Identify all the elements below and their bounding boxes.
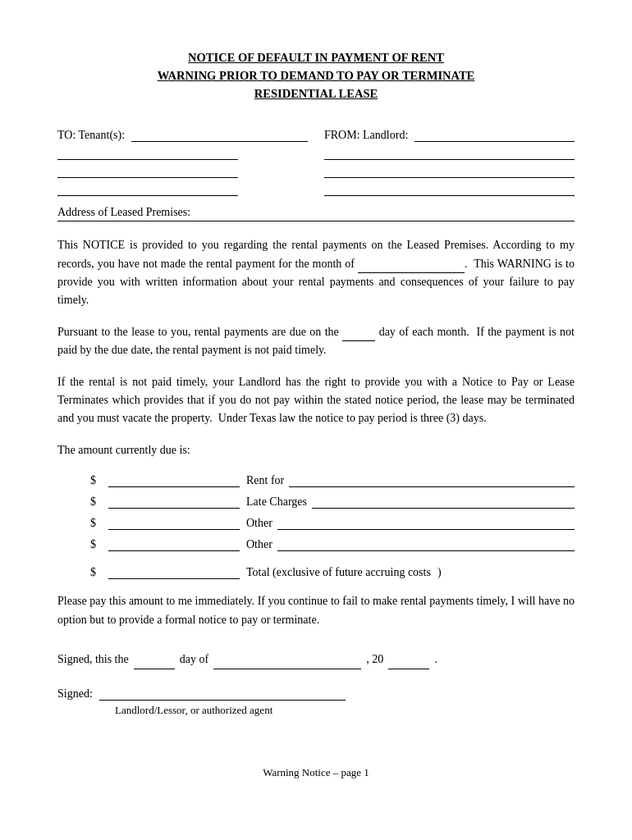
dollar-total: $ bbox=[90, 566, 102, 579]
agent-label: Landlord/Lessor, or authorized agent bbox=[115, 704, 575, 717]
month-field[interactable] bbox=[358, 260, 465, 273]
due-day-field[interactable] bbox=[342, 328, 375, 341]
address-label: Address of Leased Premises: bbox=[57, 206, 190, 219]
total-closing-paren: ) bbox=[437, 566, 442, 579]
signed-month-field[interactable] bbox=[213, 655, 361, 669]
to-label: TO: Tenant(s): bbox=[57, 129, 125, 142]
dollar-1: $ bbox=[90, 474, 102, 487]
amount-field-2[interactable] bbox=[108, 494, 240, 509]
total-label: Total (exclusive of future accruing cost… bbox=[246, 566, 431, 579]
please-pay-paragraph: Please pay this amount to me immediately… bbox=[57, 592, 575, 629]
signature-section: Signed, this the day of , 20 . Signed: L… bbox=[57, 649, 575, 717]
signed-day-of: day of bbox=[180, 649, 208, 669]
amount-field-4[interactable] bbox=[108, 536, 240, 551]
dollar-4: $ bbox=[90, 538, 102, 551]
tenant-field-4[interactable] bbox=[57, 181, 238, 196]
signed-date-row: Signed, this the day of , 20 . bbox=[57, 649, 575, 669]
page-footer: Warning Notice – page 1 bbox=[57, 766, 575, 779]
amount-row-3: $ Other bbox=[90, 515, 575, 530]
rent-for-field[interactable] bbox=[289, 472, 575, 487]
amount-field-1[interactable] bbox=[108, 472, 240, 487]
paragraph-3: If the rental is not paid timely, your L… bbox=[57, 373, 575, 428]
paragraph-2: Pursuant to the lease to you, rental pay… bbox=[57, 323, 575, 360]
rent-for-label: Rent for bbox=[246, 474, 284, 487]
late-charges-field[interactable] bbox=[312, 494, 575, 509]
signed-comma-20: , 20 bbox=[366, 649, 383, 669]
dollar-2: $ bbox=[90, 495, 102, 509]
landlord-field-3[interactable] bbox=[324, 163, 575, 178]
tenant-field-3[interactable] bbox=[57, 163, 238, 178]
extra-lines-2 bbox=[57, 163, 575, 178]
total-amount-field[interactable] bbox=[108, 564, 240, 579]
amount-row-2: $ Late Charges bbox=[90, 494, 575, 509]
late-charges-label: Late Charges bbox=[246, 495, 307, 509]
other-field-1[interactable] bbox=[277, 515, 575, 530]
paragraph-1: This NOTICE is provided to you regarding… bbox=[57, 236, 575, 310]
signed-name-block: Signed: Landlord/Lessor, or authorized a… bbox=[57, 686, 575, 717]
landlord-field-1[interactable] bbox=[414, 127, 575, 142]
signed-day-field[interactable] bbox=[134, 655, 175, 669]
document-header: NOTICE OF DEFAULT IN PAYMENT OF RENT WAR… bbox=[57, 49, 575, 103]
header-line-3: RESIDENTIAL LEASE bbox=[57, 85, 575, 103]
dollar-3: $ bbox=[90, 517, 102, 530]
landlord-field-4[interactable] bbox=[324, 181, 575, 196]
amount-row-4: $ Other bbox=[90, 536, 575, 551]
signed-prefix: Signed, this the bbox=[57, 649, 129, 669]
signed-name-field[interactable] bbox=[99, 686, 346, 701]
address-section: Address of Leased Premises: bbox=[57, 204, 575, 221]
signed-year-field[interactable] bbox=[388, 655, 429, 669]
other-field-2[interactable] bbox=[277, 536, 575, 551]
amount-field-3[interactable] bbox=[108, 515, 240, 530]
header-line-1: NOTICE OF DEFAULT IN PAYMENT OF RENT bbox=[57, 49, 575, 67]
footer-text: Warning Notice – page 1 bbox=[263, 766, 369, 778]
signed-period: . bbox=[434, 649, 437, 669]
tenant-field-2[interactable] bbox=[57, 145, 238, 160]
landlord-field-2[interactable] bbox=[324, 145, 575, 160]
amount-due-label: The amount currently due is: bbox=[57, 444, 190, 456]
extra-lines-3 bbox=[57, 181, 575, 196]
paragraph-4: The amount currently due is: bbox=[57, 441, 575, 459]
amount-table: $ Rent for $ Late Charges $ Other $ Othe… bbox=[90, 472, 575, 551]
total-row: $ Total (exclusive of future accruing co… bbox=[90, 564, 575, 579]
other-label-2: Other bbox=[246, 538, 272, 551]
from-label: FROM: Landlord: bbox=[324, 129, 408, 142]
address-field[interactable] bbox=[197, 204, 575, 219]
tenant-field-1[interactable] bbox=[131, 127, 308, 142]
amount-row-1: $ Rent for bbox=[90, 472, 575, 487]
signed-label: Signed: bbox=[57, 687, 93, 701]
other-label-1: Other bbox=[246, 517, 272, 530]
to-from-section: TO: Tenant(s): FROM: Landlord: bbox=[57, 127, 575, 142]
extra-lines-1 bbox=[57, 145, 575, 160]
header-line-2: WARNING PRIOR TO DEMAND TO PAY OR TERMIN… bbox=[57, 67, 575, 85]
